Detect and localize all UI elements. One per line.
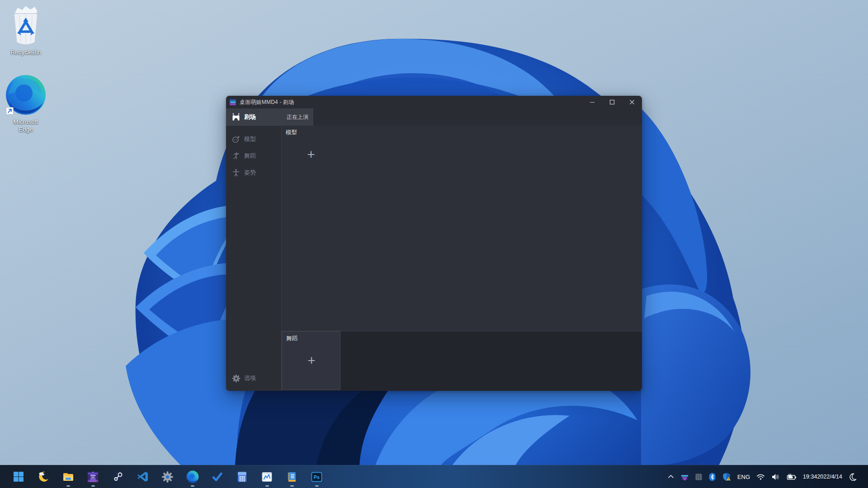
model-panel-title: 模型 xyxy=(286,129,297,136)
add-model-button[interactable]: + xyxy=(301,145,321,164)
tray-wifi[interactable] xyxy=(756,473,765,480)
tray-grid-app[interactable] xyxy=(695,473,703,481)
running-indicator xyxy=(191,485,194,487)
tray-language[interactable]: ENG xyxy=(737,474,750,480)
tray-chevron-up[interactable] xyxy=(667,473,675,480)
window-titlebar[interactable]: 桌面萌娘MMD4 - 剧场 xyxy=(226,96,642,108)
sidebar-item-label: 剧场 xyxy=(244,113,256,121)
photoshop-icon: Ps xyxy=(311,471,323,483)
steam-button[interactable] xyxy=(105,465,130,488)
tab-bar: 正在上演 xyxy=(282,108,642,126)
dance-figure-icon xyxy=(231,151,241,160)
steam-icon xyxy=(112,470,124,483)
dance-panel-title: 舞蹈 xyxy=(286,335,297,343)
sidebar-item-dance[interactable]: 舞蹈 xyxy=(226,147,281,164)
mmd-app-icon xyxy=(87,471,99,483)
running-indicator xyxy=(66,485,70,487)
tab-now-playing[interactable]: 正在上演 xyxy=(282,108,313,126)
tray-time: 19:34 xyxy=(803,473,817,480)
tray-mmd-app[interactable] xyxy=(681,473,689,481)
taskbar: Ps xyxy=(0,465,868,488)
theater-stage-icon xyxy=(231,113,241,122)
gear-icon xyxy=(231,374,241,383)
sidebar-item-label: 选项 xyxy=(244,374,256,382)
tray-clock[interactable]: 19:34 2022/4/14 xyxy=(803,473,842,480)
file-explorer-button[interactable] xyxy=(56,465,80,488)
model-panel: 模型 + xyxy=(282,126,642,331)
calculator-button[interactable] xyxy=(230,465,255,488)
mmd-app-taskbar-button[interactable] xyxy=(80,465,105,488)
tray-date: 2022/4/14 xyxy=(817,473,842,480)
desktop-icon-recycle-bin[interactable]: RecycleBin xyxy=(1,5,51,56)
sidebar-item-label: 舞蹈 xyxy=(244,152,256,160)
dance-slot-card: 舞蹈 + xyxy=(282,331,340,390)
running-indicator xyxy=(265,485,269,487)
running-indicator xyxy=(315,485,319,487)
tray-bluetooth[interactable] xyxy=(709,473,716,481)
photoshop-button[interactable]: Ps xyxy=(304,465,329,488)
windows-start-icon xyxy=(13,471,24,483)
add-dance-button[interactable]: + xyxy=(302,351,321,371)
notepad-icon xyxy=(286,471,298,483)
moon-icon xyxy=(849,473,857,481)
tray-night-mode[interactable] xyxy=(849,473,857,481)
sidebar-item-label: 姿势 xyxy=(244,169,256,177)
tray-security-shield[interactable] xyxy=(722,472,731,481)
mmd-tray-icon xyxy=(681,473,689,481)
vscode-icon xyxy=(137,471,149,483)
minimize-button[interactable] xyxy=(582,96,602,108)
taskbar-apps: Ps xyxy=(6,465,329,488)
chart-window-icon xyxy=(261,471,273,483)
battery-charging-icon xyxy=(786,473,797,481)
tray-volume[interactable] xyxy=(771,473,780,481)
sidebar-item-label: 模型 xyxy=(244,135,256,143)
system-tray: ENG xyxy=(667,465,868,488)
notepad-button[interactable] xyxy=(279,465,304,488)
close-button[interactable] xyxy=(622,96,642,108)
recycle-bin-icon xyxy=(9,5,43,46)
vscode-button[interactable] xyxy=(130,465,155,488)
running-indicator xyxy=(91,485,95,487)
start-button[interactable] xyxy=(6,465,31,488)
recycle-bin-label: RecycleBin xyxy=(10,49,41,56)
edge-taskbar-button[interactable] xyxy=(180,465,205,488)
performance-monitor-button[interactable] xyxy=(255,465,279,488)
edge-label: Microsoft Edge xyxy=(14,118,38,134)
widgets-button[interactable] xyxy=(31,465,56,488)
weather-moon-icon xyxy=(37,470,50,483)
app-window-icon xyxy=(230,99,236,105)
model-face-icon xyxy=(231,135,241,144)
wifi-icon xyxy=(756,473,765,480)
sidebar: 剧场 模型 xyxy=(226,108,282,391)
bluetooth-icon xyxy=(709,473,716,481)
maximize-button[interactable] xyxy=(602,96,622,108)
file-explorer-icon xyxy=(62,470,75,483)
desktop: RecycleBin Microsoft Edge xyxy=(0,0,868,488)
window-title: 桌面萌娘MMD4 - 剧场 xyxy=(240,99,294,106)
sidebar-item-theater[interactable]: 剧场 xyxy=(226,108,281,126)
svg-text:Ps: Ps xyxy=(314,474,320,479)
mmd-app-window: 桌面萌娘MMD4 - 剧场 xyxy=(226,96,642,391)
settings-button[interactable] xyxy=(155,465,180,488)
security-shield-icon xyxy=(722,472,731,481)
shortcut-arrow-icon xyxy=(6,107,14,115)
minimize-icon xyxy=(590,99,595,105)
calculator-icon xyxy=(236,471,248,483)
running-indicator xyxy=(290,485,294,487)
todo-app-button[interactable] xyxy=(205,465,230,488)
sidebar-item-options[interactable]: 选项 xyxy=(226,369,281,387)
settings-gear-icon xyxy=(161,471,174,483)
maximize-icon xyxy=(609,99,615,105)
desktop-icon-microsoft-edge[interactable]: Microsoft Edge xyxy=(1,74,51,134)
chevron-up-icon xyxy=(667,473,675,480)
dance-panel: 舞蹈 + xyxy=(282,331,642,391)
check-icon xyxy=(211,471,223,483)
pose-figure-icon xyxy=(231,168,241,177)
grid-icon xyxy=(695,473,703,481)
tray-battery[interactable] xyxy=(786,473,797,481)
sidebar-item-model[interactable]: 模型 xyxy=(226,131,281,147)
close-icon xyxy=(629,99,635,105)
edge-icon xyxy=(186,470,199,483)
speaker-icon xyxy=(771,473,780,481)
sidebar-item-pose[interactable]: 姿势 xyxy=(226,164,281,181)
